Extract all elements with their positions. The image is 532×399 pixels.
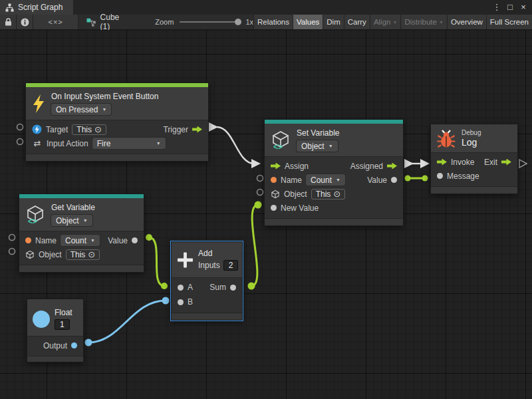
node-title: On Input System Event Button — [51, 92, 158, 101]
flow-arrowhead[interactable] — [209, 122, 218, 132]
wire-endpoint[interactable] — [162, 297, 170, 305]
zoom-slider-handle[interactable] — [235, 19, 241, 25]
carry-button[interactable]: Carry — [344, 15, 370, 29]
align-dropdown[interactable]: Align ▼ — [370, 15, 401, 29]
value-output-port[interactable] — [132, 237, 138, 243]
node-float[interactable]: Float 1 Output — [27, 299, 84, 362]
caret-down-icon: ▼ — [439, 20, 444, 25]
assign-label: Assign — [285, 162, 309, 171]
flow-arrowhead[interactable] — [420, 159, 430, 168]
relations-button[interactable]: Relations — [253, 15, 293, 29]
wire-trigger-assign[interactable] — [217, 127, 254, 164]
lock-icon — [5, 18, 12, 26]
exit-port-unconnected[interactable] — [519, 160, 527, 168]
wire-endpoint[interactable] — [422, 176, 428, 182]
trigger-output-port[interactable] — [192, 126, 202, 133]
invoke-row: Invoke Exit — [431, 155, 517, 169]
b-input-port[interactable] — [178, 299, 184, 305]
maximize-icon[interactable]: □ — [505, 0, 515, 15]
input-action-dropdown[interactable]: Fire ▼ — [92, 138, 166, 149]
menu-icon[interactable]: ⋮ — [491, 0, 502, 15]
unconnected-port[interactable] — [9, 235, 15, 241]
variable-name-dropdown[interactable]: Count ▼ — [61, 235, 100, 246]
tab-script-graph[interactable]: Script Graph — [0, 0, 73, 15]
event-mode-dropdown[interactable]: On Pressed ▼ — [51, 104, 111, 115]
inputs-count-field[interactable]: 2 — [223, 260, 239, 271]
values-button[interactable]: Values — [293, 15, 323, 29]
info-button[interactable] — [17, 15, 33, 29]
graph-ref-icon — [86, 18, 96, 27]
overview-button[interactable]: Overview — [447, 15, 486, 29]
sum-label: Sum — [209, 283, 226, 292]
flow-arrowhead[interactable] — [404, 159, 414, 168]
fullscreen-button[interactable]: Full Screen — [486, 15, 532, 29]
message-input-port[interactable] — [437, 173, 443, 179]
distribute-dropdown[interactable]: Distribute ▼ — [400, 15, 447, 29]
object-pill[interactable]: This ⊙ — [66, 249, 100, 260]
node-set-variable[interactable]: <> Set Variable Object ▼ Assign Assigned — [264, 119, 404, 226]
target-object-pill[interactable]: This ⊙ — [72, 124, 106, 135]
variable-scope-dropdown[interactable]: Object ▼ — [297, 140, 338, 152]
wire-getvalue-a[interactable] — [149, 237, 164, 286]
zoom-control: Zoom 1x — [155, 15, 253, 29]
zoom-slider[interactable] — [180, 21, 239, 23]
cube-icon — [25, 250, 35, 259]
unconnected-port[interactable] — [17, 124, 23, 130]
a-input-port[interactable] — [178, 285, 184, 291]
output-label: Output — [43, 341, 67, 350]
value-output-port[interactable] — [391, 177, 397, 183]
unconnected-port[interactable] — [257, 176, 263, 182]
name-row: Name Count ▼ Value — [19, 233, 144, 247]
wire-endpoint[interactable] — [146, 234, 152, 241]
exit-output-port[interactable] — [501, 159, 511, 166]
name-input-port[interactable] — [25, 237, 31, 243]
unconnected-port[interactable] — [9, 249, 15, 255]
wire-sum-newvalue[interactable] — [251, 205, 258, 286]
assigned-label: Assigned — [350, 162, 383, 171]
assign-input-port[interactable] — [271, 163, 281, 170]
wire-float-b[interactable] — [88, 301, 166, 342]
node-on-input-system-event[interactable]: On Input System Event Button On Pressed … — [25, 82, 209, 162]
graph-reference-breadcrumb[interactable]: Cube (1) — [78, 15, 138, 29]
float-value-field[interactable]: 1 — [55, 319, 70, 330]
graph-canvas[interactable]: On Input System Event Button On Pressed … — [0, 30, 532, 399]
invoke-input-port[interactable] — [437, 159, 447, 166]
wire-endpoint[interactable] — [248, 283, 255, 290]
unconnected-port[interactable] — [257, 190, 263, 196]
node-debug-log[interactable]: Debug Log Invoke Exit Message — [430, 124, 518, 194]
caret-down-icon: ▼ — [90, 238, 95, 243]
node-get-variable[interactable]: <> Get Variable Object ▼ Name Count ▼ — [19, 194, 144, 273]
output-row: Output — [27, 338, 83, 352]
zoom-label: Zoom — [155, 18, 174, 26]
variable-name-dropdown[interactable]: Count ▼ — [306, 174, 345, 186]
node-title: Get Variable — [51, 203, 95, 212]
object-pill[interactable]: This ⊙ — [311, 189, 346, 200]
object-row: Object This ⊙ — [265, 187, 403, 201]
variable-scope-dropdown[interactable]: Object ▼ — [51, 215, 92, 226]
object-label: Object — [39, 250, 62, 259]
wire-endpoint[interactable] — [161, 283, 168, 289]
assigned-output-port[interactable] — [387, 163, 397, 170]
wire-endpoint[interactable] — [85, 339, 92, 346]
code-view-button[interactable]: <×> — [33, 15, 78, 29]
node-add[interactable]: Add Inputs 2 A Sum B — [171, 241, 243, 321]
wire-endpoint[interactable] — [405, 176, 411, 182]
dim-button[interactable]: Dim — [323, 15, 343, 29]
wire-endpoint[interactable] — [255, 201, 262, 209]
object-label: Object — [284, 190, 307, 199]
name-input-port[interactable] — [271, 177, 277, 183]
node-title: Float — [55, 308, 72, 317]
graph-toolbar: <×> Cube (1) Zoom 1x Relations Values Di… — [0, 15, 532, 30]
output-port[interactable] — [71, 342, 77, 348]
message-label: Message — [447, 172, 479, 181]
sum-output-port[interactable] — [230, 285, 236, 291]
caret-down-icon: ▼ — [83, 218, 88, 223]
new-value-input-port[interactable] — [271, 205, 277, 211]
flow-arrowhead[interactable] — [251, 159, 261, 168]
cube-icon — [271, 190, 280, 199]
lock-button[interactable] — [0, 15, 17, 29]
unconnected-port[interactable] — [17, 139, 23, 145]
node-footer — [27, 356, 83, 362]
bug-icon — [437, 130, 456, 148]
close-icon[interactable]: × — [518, 0, 529, 15]
